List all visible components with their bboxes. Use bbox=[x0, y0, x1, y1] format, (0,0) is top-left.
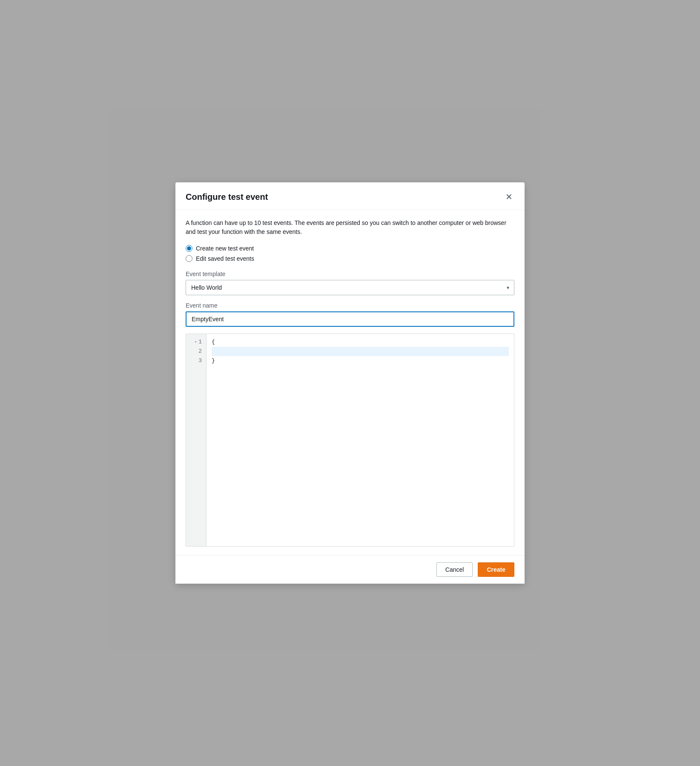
line-num-1: 1 bbox=[198, 337, 202, 347]
radio-group: Create new test event Edit saved test ev… bbox=[186, 245, 514, 262]
radio-edit-saved-input[interactable] bbox=[186, 255, 192, 262]
radio-create-new-label: Create new test event bbox=[196, 245, 254, 252]
radio-edit-saved[interactable]: Edit saved test events bbox=[186, 255, 514, 262]
configure-test-event-modal: Configure test event ✕ A function can ha… bbox=[175, 182, 525, 584]
radio-edit-saved-label: Edit saved test events bbox=[196, 255, 254, 262]
event-template-select[interactable]: Hello World API Gateway AWS Proxy API Ga… bbox=[186, 280, 514, 295]
event-name-input[interactable] bbox=[186, 311, 514, 327]
code-line-2 bbox=[212, 347, 509, 356]
radio-create-new-input[interactable] bbox=[186, 245, 192, 252]
close-icon: ✕ bbox=[505, 193, 513, 201]
line-num-3: 3 bbox=[198, 356, 202, 366]
code-content[interactable]: { } bbox=[207, 334, 514, 546]
modal-overlay: Configure test event ✕ A function can ha… bbox=[0, 0, 700, 766]
line-numbers: ▾ 1 2 3 bbox=[186, 334, 207, 546]
modal-title: Configure test event bbox=[186, 192, 268, 202]
line-number-1: ▾ 1 bbox=[186, 337, 206, 347]
event-template-select-wrapper: Hello World API Gateway AWS Proxy API Ga… bbox=[186, 280, 514, 295]
event-name-label: Event name bbox=[186, 302, 514, 309]
line-number-2: 2 bbox=[186, 347, 206, 356]
code-editor[interactable]: ▾ 1 2 3 { } bbox=[186, 334, 514, 547]
event-template-label: Event template bbox=[186, 271, 514, 277]
create-button[interactable]: Create bbox=[478, 562, 514, 577]
event-template-section: Event template Hello World API Gateway A… bbox=[186, 271, 514, 295]
close-button[interactable]: ✕ bbox=[504, 191, 514, 203]
line-num-2: 2 bbox=[198, 347, 202, 356]
cancel-button[interactable]: Cancel bbox=[436, 562, 473, 577]
code-line-3: } bbox=[212, 356, 509, 366]
fold-arrow-icon: ▾ bbox=[195, 337, 197, 347]
modal-description: A function can have up to 10 test events… bbox=[186, 219, 514, 236]
code-line-1: { bbox=[212, 337, 509, 347]
modal-footer: Cancel Create bbox=[175, 555, 525, 584]
line-number-3: 3 bbox=[186, 356, 206, 366]
event-name-section: Event name bbox=[186, 302, 514, 327]
modal-header: Configure test event ✕ bbox=[175, 182, 525, 210]
modal-body: A function can have up to 10 test events… bbox=[175, 210, 525, 555]
radio-create-new[interactable]: Create new test event bbox=[186, 245, 514, 252]
